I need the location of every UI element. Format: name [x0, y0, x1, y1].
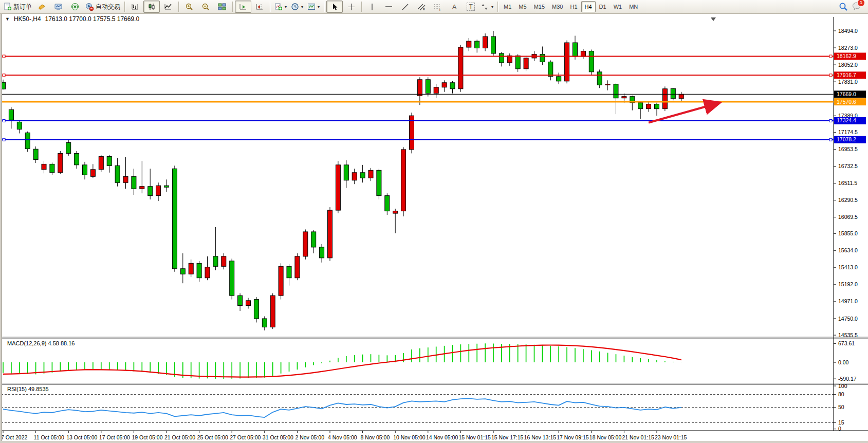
market-watch-icon [54, 3, 63, 11]
svg-text:18494.0: 18494.0 [838, 28, 858, 34]
tile-windows-icon [218, 3, 226, 11]
chart-shift-button[interactable] [251, 1, 268, 13]
clock-icon [291, 3, 299, 11]
tile-windows-button[interactable] [214, 1, 230, 13]
crosshair-button[interactable] [343, 1, 359, 13]
autotrading-label: 自动交易 [96, 3, 120, 11]
auto-scroll-button[interactable] [235, 1, 251, 13]
hline-handle[interactable] [829, 119, 832, 122]
hline-handle[interactable] [3, 55, 5, 58]
autotrading-button[interactable]: 自动交易 [83, 1, 122, 13]
label-tool-icon: T [467, 3, 474, 11]
chevron-down-icon: ▾ [318, 5, 320, 9]
hline-handle[interactable] [3, 119, 5, 122]
equidistant-channel-icon: E [417, 3, 426, 11]
svg-text:10 Nov 05:00: 10 Nov 05:00 [393, 434, 426, 440]
zoom-out-button[interactable] [197, 1, 214, 13]
svg-text:16953.5: 16953.5 [838, 146, 858, 152]
fibonacci-tool-button[interactable]: F [430, 1, 446, 13]
timeframe-button-w1[interactable]: W1 [610, 1, 626, 12]
timeframe-button-h4[interactable]: H4 [581, 1, 596, 12]
svg-text:17916.7: 17916.7 [837, 72, 856, 78]
timeframe-button-d1[interactable]: D1 [596, 1, 610, 12]
hline-handle[interactable] [829, 55, 832, 58]
main-toolbar: 新订单 自动交易 [0, 0, 868, 14]
horizontal-line-tool-button[interactable] [380, 1, 397, 13]
separator [178, 2, 179, 12]
svg-text:15855.0: 15855.0 [838, 230, 858, 236]
svg-text:17570.6: 17570.6 [837, 99, 856, 105]
svg-text:2 Nov 05:00: 2 Nov 05:00 [295, 434, 324, 440]
templates-button[interactable]: ▾ [305, 1, 322, 13]
trendline-tool-button[interactable] [397, 1, 413, 13]
window-bottom-border [0, 441, 868, 443]
svg-text:16732.5: 16732.5 [838, 163, 858, 169]
new-order-button[interactable]: 新订单 [2, 1, 34, 13]
signals-button[interactable] [67, 1, 83, 13]
line-chart-button[interactable] [160, 1, 176, 13]
arrows-tool-button[interactable]: ▾ [479, 1, 495, 13]
channel-tool-button[interactable]: E [413, 1, 430, 13]
line-chart-icon [164, 3, 172, 11]
market-watch-button[interactable] [50, 1, 67, 13]
svg-text:25 Oct 05:00: 25 Oct 05:00 [197, 434, 228, 440]
svg-text:18 Nov 05:00: 18 Nov 05:00 [589, 434, 622, 440]
candlestick-chart-button[interactable] [143, 1, 160, 13]
candlestick-chart-icon [147, 3, 156, 11]
hline-handle[interactable] [829, 74, 832, 77]
svg-text:13 Oct 05:00: 13 Oct 05:00 [66, 434, 97, 440]
svg-text:18162.9: 18162.9 [837, 53, 856, 59]
zoom-in-button[interactable] [181, 1, 197, 13]
alert-horn-icon [38, 3, 46, 11]
timeframe-button-h1[interactable]: H1 [566, 1, 581, 12]
svg-text:14971.0: 14971.0 [838, 298, 858, 304]
indicators-button[interactable]: ▾ [272, 1, 289, 13]
svg-text:8 Nov 05:00: 8 Nov 05:00 [361, 434, 390, 440]
chart-ohlc-values: 17613.0 17700.0 17575.5 17669.0 [45, 15, 140, 23]
svg-text:15: 15 [838, 419, 844, 426]
label-tool-button[interactable]: T [463, 1, 479, 13]
alerts-button[interactable] [34, 1, 50, 13]
svg-text:11 Oct 05:00: 11 Oct 05:00 [34, 434, 65, 440]
svg-text:16 Nov 13:15: 16 Nov 13:15 [524, 434, 557, 440]
text-tool-button[interactable]: A [446, 1, 463, 13]
svg-text:80: 80 [838, 391, 844, 397]
chart-canvas[interactable]: 18494.018273.018052.017831.017389.017174… [0, 0, 868, 443]
timeframe-button-m1[interactable]: M1 [500, 1, 515, 12]
svg-text:27 Oct 05:00: 27 Oct 05:00 [230, 434, 261, 440]
timeframe-button-m30[interactable]: M30 [548, 1, 566, 12]
svg-text:673.61: 673.61 [838, 340, 855, 346]
cursor-icon [331, 3, 339, 11]
trendline-icon [401, 3, 409, 11]
svg-text:18052.0: 18052.0 [838, 62, 858, 68]
timeframe-button-m5[interactable]: M5 [515, 1, 530, 12]
separator [124, 2, 125, 12]
svg-text:31 Oct 05:00: 31 Oct 05:00 [263, 434, 293, 440]
svg-text:14 Nov 05:00: 14 Nov 05:00 [426, 434, 458, 440]
indicators-icon [274, 3, 283, 11]
cursor-button[interactable] [326, 1, 343, 13]
autotrading-icon [85, 3, 94, 11]
hline-handle[interactable] [3, 74, 5, 77]
search-icon[interactable] [839, 2, 848, 11]
svg-text:16069.5: 16069.5 [838, 214, 858, 220]
vertical-line-tool-button[interactable] [364, 1, 380, 13]
periods-button[interactable]: ▾ [289, 1, 305, 13]
timeframe-button-m15[interactable]: M15 [530, 1, 548, 12]
bar-chart-button[interactable] [127, 1, 143, 13]
zoom-out-icon [201, 3, 210, 11]
fibonacci-icon: F [434, 3, 442, 11]
svg-text:15 Nov 17:15: 15 Nov 17:15 [491, 434, 524, 440]
svg-text:17669.0: 17669.0 [837, 91, 856, 97]
svg-text:14750.0: 14750.0 [838, 316, 858, 322]
collapse-one-click-icon[interactable]: ▼ [5, 16, 10, 22]
notifications-button[interactable]: 1 [852, 2, 861, 12]
svg-text:E: E [423, 8, 425, 11]
hline-handle[interactable] [3, 138, 5, 141]
hline-handle[interactable] [829, 138, 832, 141]
horizontal-line-icon [385, 3, 393, 10]
svg-text:100: 100 [838, 383, 847, 389]
svg-text:18273.0: 18273.0 [838, 45, 858, 51]
separator [270, 2, 270, 12]
timeframe-button-mn[interactable]: MN [625, 1, 641, 12]
